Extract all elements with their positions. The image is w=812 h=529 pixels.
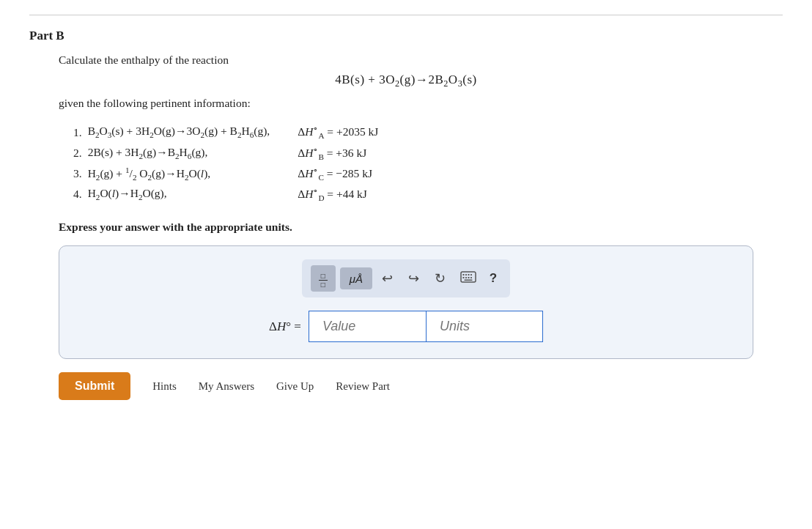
reaction-eq-3: H2(g) + 1/2 O2(g)→H2O(l), [88,163,276,184]
redo-icon: ↪ [408,270,419,286]
problem-intro: Calculate the enthalpy of the reaction [59,53,783,67]
reaction-row-1: 1. B2O3(s) + 3H2O(g)→3O2(g) + B2H6(g), Δ… [73,122,384,142]
reaction-delta-1: ΔH∘A = +2035 kJ [276,122,384,142]
express-label: Express your answer with the appropriate… [59,221,783,234]
given-text: given the following pertinent informatio… [59,97,783,110]
refresh-icon: ↻ [435,270,446,286]
svg-rect-1 [462,274,464,275]
review-part-link[interactable]: Review Part [336,380,390,393]
undo-button[interactable]: ↩ [377,267,399,289]
fraction-button[interactable]: □ □ [311,265,336,292]
svg-rect-2 [465,274,467,275]
reaction-num-2: 2. [73,143,88,163]
reaction-row-2: 2. 2B(s) + 3H2(g)→B2H6(g), ΔH∘B = +36 kJ [73,143,384,163]
reaction-delta-3: ΔH∘C = −285 kJ [276,163,384,184]
svg-rect-9 [464,279,472,281]
delta-label: ΔH° = [269,319,301,334]
redo-button[interactable]: ↪ [403,267,425,289]
value-input[interactable] [309,311,426,342]
svg-rect-6 [465,277,467,278]
hints-link[interactable]: Hints [152,380,177,393]
units-input[interactable] [426,311,543,342]
part-b-label: Part B [29,29,783,43]
my-answers-link[interactable]: My Answers [199,380,254,393]
reaction-num-3: 3. [73,163,88,184]
refresh-button[interactable]: ↻ [429,267,451,289]
reaction-row-4: 4. H2O(l)→H2O(g), ΔH∘D = +44 kJ [73,184,384,204]
undo-icon: ↩ [382,270,393,286]
keyboard-button[interactable] [456,267,481,289]
reaction-eq-1: B2O3(s) + 3H2O(g)→3O2(g) + B2H6(g), [88,122,276,142]
svg-rect-3 [468,274,469,275]
submit-button[interactable]: Submit [59,372,130,400]
top-border [29,15,783,15]
svg-rect-5 [462,277,464,278]
help-icon: ? [490,271,497,285]
input-row: ΔH° = [77,311,735,342]
svg-rect-8 [470,277,472,278]
reaction-eq-4: H2O(l)→H2O(g), [88,184,276,204]
give-up-link[interactable]: Give Up [276,380,314,393]
mu-a-icon: μÅ [350,273,363,285]
reaction-delta-4: ΔH∘D = +44 kJ [276,184,384,204]
answer-box: □ □ μÅ ↩ ↪ ↻ [59,245,753,359]
keyboard-icon [460,271,476,286]
reaction-delta-2: ΔH∘B = +36 kJ [276,143,384,163]
reaction-num-4: 4. [73,184,88,204]
reaction-row-3: 3. H2(g) + 1/2 O2(g)→H2O(l), ΔH∘C = −285… [73,163,384,184]
reaction-eq-2: 2B(s) + 3H2(g)→B2H6(g), [88,143,276,163]
svg-rect-7 [468,277,469,278]
mu-a-button[interactable]: μÅ [340,267,372,289]
help-button[interactable]: ? [485,268,501,289]
bottom-bar: Submit Hints My Answers Give Up Review P… [59,372,783,403]
toolbar: □ □ μÅ ↩ ↪ ↻ [302,259,510,297]
main-reaction: 4B(s) + 3O2(g)→2B2O3(s) [29,73,783,89]
page-container: Part B Calculate the enthalpy of the rea… [0,0,812,529]
reactions-table: 1. B2O3(s) + 3H2O(g)→3O2(g) + B2H6(g), Δ… [73,122,384,204]
fraction-icon: □ □ [319,268,328,289]
reaction-num-1: 1. [73,122,88,142]
svg-rect-4 [470,274,472,275]
